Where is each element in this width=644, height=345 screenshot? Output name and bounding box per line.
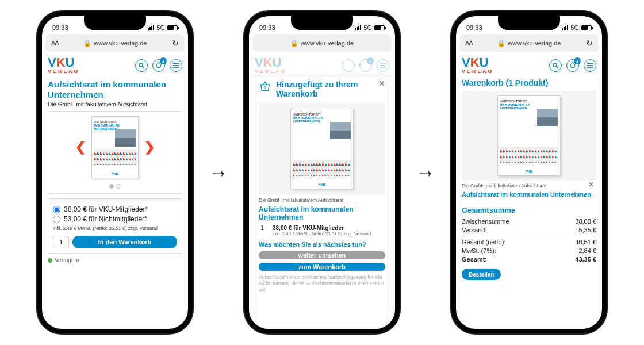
cart-icon[interactable]: 1 bbox=[566, 59, 579, 72]
modal-price-line: 1 38,00 € für VKU-Mitglieder inkl. 2,49 … bbox=[259, 225, 385, 236]
cart-icon[interactable]: 1 bbox=[152, 59, 165, 72]
product-gallery: ❮ AUFSICHTSRAT IM KOMMUNALEN UNTERNEHMEN… bbox=[48, 111, 182, 194]
phone-product: 09:33 5G AA 🔒 www.vku-verlag.de ↻ VKU VE… bbox=[37, 12, 193, 334]
add-to-cart-button[interactable]: In den Warenkorb bbox=[72, 236, 177, 248]
signal-icon bbox=[355, 25, 361, 30]
battery-icon bbox=[374, 25, 385, 30]
divider bbox=[462, 236, 596, 236]
brand-logo[interactable]: VKU VERLAG bbox=[462, 57, 494, 74]
modal-product-image: AUFSICHTSRAT IM KOMMUNALEN UNTERNEHMEN V… bbox=[259, 103, 385, 195]
price-fineprint: inkl. 2,49 € MwSt. (Netto: 35,51 €) zzgl… bbox=[53, 225, 177, 231]
lock-icon: 🔒 bbox=[290, 40, 298, 47]
modal-subtitle: Die GmbH mit fakultativem Aufsichtsrat bbox=[259, 197, 385, 203]
flow-arrow-icon: → bbox=[209, 162, 228, 184]
summary-net: Gesamt (netto):40,51 € bbox=[462, 239, 596, 246]
browser-url-bar[interactable]: 🔒 www.vku-verlag.de bbox=[252, 34, 392, 52]
lock-icon: 🔒 bbox=[83, 40, 91, 47]
phone-cart: 09:33 5G AA 🔒 www.vku-verlag.de ↻ VKU VE… bbox=[451, 12, 607, 334]
radio-nonmember[interactable] bbox=[53, 216, 60, 223]
close-icon[interactable]: ✕ bbox=[378, 79, 385, 88]
remove-item-icon[interactable]: ✕ bbox=[588, 181, 594, 189]
radio-member[interactable] bbox=[53, 206, 60, 213]
flow-arrow-icon: → bbox=[416, 162, 435, 184]
phone-modal: 09:33 5G 🔒 www.vku-verlag.de VKUVERLAG 1… bbox=[244, 12, 400, 334]
menu-icon[interactable] bbox=[584, 59, 596, 72]
status-bar: 09:33 5G bbox=[456, 16, 602, 32]
status-network: 5G bbox=[156, 24, 165, 31]
continue-shopping-button[interactable]: weiter umsehen bbox=[259, 251, 385, 259]
modal-title: Hinzugefügt zu Ihrem Warenkorb bbox=[276, 80, 385, 98]
summary-subtotal: Zwischensumme38,00 € bbox=[462, 218, 596, 225]
browser-url-bar[interactable]: AA 🔒 www.vku-verlag.de ↻ bbox=[459, 34, 599, 52]
cart-title: Warenkorb (1 Produkt) bbox=[462, 78, 596, 87]
search-icon bbox=[342, 59, 355, 72]
cart-item-image: AUFSICHTSRAT IM KOMMUNALEN UNTERNEHMEN V… bbox=[462, 91, 596, 181]
svg-line-4 bbox=[557, 67, 558, 68]
menu-icon[interactable] bbox=[170, 59, 182, 72]
gallery-prev-icon[interactable]: ❮ bbox=[73, 141, 88, 154]
reload-icon[interactable]: ↻ bbox=[172, 39, 179, 48]
modal-next-question: Was möchten Sie als nächstes tun? bbox=[259, 241, 385, 248]
gallery-next-icon[interactable]: ❯ bbox=[142, 141, 157, 154]
cart-item-name[interactable]: Aufsichtsrat im kommunalen Unternehmen bbox=[462, 191, 596, 198]
app-header: VKU VERLAG 1 bbox=[42, 54, 188, 76]
browser-url-bar[interactable]: AA 🔒 www.vku-verlag.de ↻ bbox=[45, 34, 185, 52]
url-text: www.vku-verlag.de bbox=[94, 40, 147, 47]
availability: Verfügbar bbox=[48, 257, 182, 263]
background-text: Aufsichtsrat" ist ein praktisches Nachsc… bbox=[259, 274, 385, 293]
app-header: VKU VERLAG 1 bbox=[456, 54, 602, 76]
go-to-cart-button[interactable]: zum Warenkorb bbox=[259, 263, 385, 271]
search-icon[interactable] bbox=[135, 59, 148, 72]
gallery-dots[interactable] bbox=[52, 183, 178, 190]
added-to-cart-modal: ✕ 1 Hinzugefügt zu Ihrem Warenkorb AUFSI… bbox=[254, 75, 390, 324]
price-options: 38,00 € für VKU-Mitglieder* 53,00 € für … bbox=[48, 198, 182, 254]
summary-total: Gesamt:43,35 € bbox=[462, 256, 596, 263]
product-subtitle: Die GmbH mit fakultativem Aufsichtsrat bbox=[48, 101, 182, 108]
price-opt-nonmember[interactable]: 53,00 € für Nichtmitglieder* bbox=[53, 215, 177, 223]
status-bar: 09:33 5G bbox=[249, 16, 395, 32]
brand-logo[interactable]: VKU VERLAG bbox=[48, 57, 80, 74]
svg-point-0 bbox=[139, 63, 143, 67]
battery-icon bbox=[167, 25, 178, 30]
quantity-input[interactable] bbox=[53, 236, 69, 248]
svg-point-3 bbox=[553, 63, 557, 67]
battery-icon bbox=[581, 25, 592, 30]
text-size-icon[interactable]: AA bbox=[465, 40, 473, 47]
menu-icon bbox=[377, 59, 389, 72]
reload-icon[interactable]: ↻ bbox=[586, 39, 593, 48]
search-icon[interactable] bbox=[549, 59, 562, 72]
cart-item-subtitle: Die GmbH mit fakultativem Aufsichtsrat bbox=[462, 183, 596, 189]
svg-line-1 bbox=[143, 67, 144, 68]
available-dot-icon bbox=[48, 258, 52, 263]
lock-icon: 🔒 bbox=[497, 40, 505, 47]
basket-icon: 1 bbox=[259, 80, 271, 94]
cart-badge: 1 bbox=[160, 57, 167, 64]
text-size-icon[interactable]: AA bbox=[51, 40, 59, 47]
summary-title: Gesamtsumme bbox=[462, 206, 596, 214]
order-button[interactable]: Bestellen bbox=[462, 269, 501, 280]
modal-product-name: Aufsichtsrat im kommunalen Unternehmen bbox=[259, 205, 385, 221]
summary-vat: MwSt. (7%):2,84 € bbox=[462, 247, 596, 254]
status-time: 09:33 bbox=[52, 24, 68, 31]
summary-shipping: Versand5,35 € bbox=[462, 227, 596, 233]
signal-icon bbox=[562, 25, 568, 30]
product-cover[interactable]: AUFSICHTSRAT IM KOMMUNALEN UNTERNEHMEN V… bbox=[91, 116, 139, 178]
price-opt-member[interactable]: 38,00 € für VKU-Mitglieder* bbox=[53, 205, 177, 213]
signal-icon bbox=[148, 25, 154, 30]
cart-icon: 1 bbox=[359, 59, 372, 72]
product-title: Aufsichtsrat im kommunalen Unternehmen bbox=[48, 79, 182, 100]
svg-text:1: 1 bbox=[264, 86, 266, 90]
status-bar: 09:33 5G bbox=[42, 16, 188, 32]
